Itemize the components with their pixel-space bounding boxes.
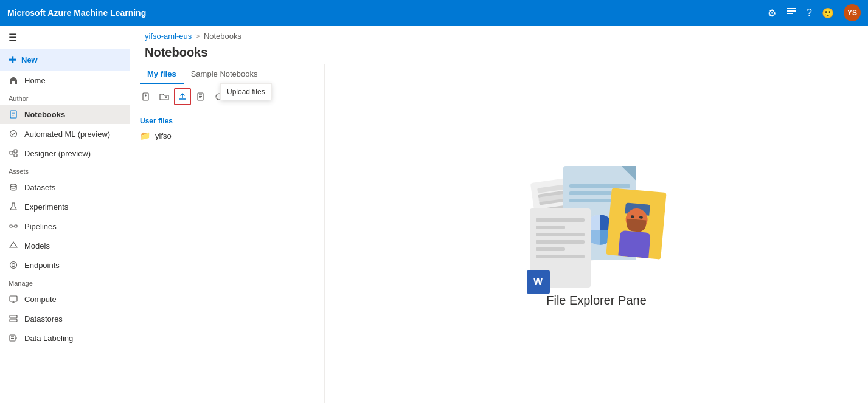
topbar-icons: ⚙ ? 🙂 YS: [768, 4, 861, 21]
avatar[interactable]: YS: [844, 4, 861, 21]
upload-files-button[interactable]: [174, 88, 191, 105]
content-area: yifso-aml-eus > Notebooks Notebooks My f…: [130, 26, 868, 403]
doc-word: W: [530, 208, 591, 288]
datastores-icon: [9, 314, 18, 323]
topbar: Microsoft Azure Machine Learning ⚙ ? 🙂 Y…: [0, 0, 868, 26]
new-label: New: [21, 55, 38, 64]
notebooks-icon: [9, 109, 18, 119]
sidebar-automated-ml-label: Automated ML (preview): [24, 129, 110, 139]
sidebar-item-experiments[interactable]: Experiments: [0, 197, 130, 216]
help-icon[interactable]: ?: [807, 7, 812, 18]
svg-rect-1: [787, 10, 796, 12]
designer-icon: [9, 148, 18, 158]
collapse-button[interactable]: [229, 88, 246, 105]
models-icon: [9, 241, 18, 250]
notifications-icon[interactable]: [786, 6, 797, 19]
sidebar-endpoints-label: Endpoints: [24, 261, 60, 270]
sidebar-datastores-label: Datastores: [24, 314, 63, 323]
sidebar-item-automated-ml[interactable]: Automated ML (preview): [0, 124, 130, 143]
svg-point-11: [10, 184, 16, 187]
file-item-name: yifso: [155, 131, 172, 140]
svg-point-17: [12, 264, 15, 267]
tab-my-files[interactable]: My files: [140, 64, 184, 84]
feedback-icon[interactable]: 🙂: [822, 7, 834, 19]
new-file-button[interactable]: [137, 88, 155, 105]
svg-rect-13: [10, 225, 12, 227]
svg-rect-2: [787, 13, 793, 14]
sidebar-home-label: Home: [24, 76, 46, 85]
svg-rect-19: [10, 296, 17, 301]
svg-rect-9: [14, 150, 17, 153]
svg-rect-4: [12, 112, 15, 112]
settings-icon[interactable]: ⚙: [768, 7, 776, 19]
sidebar-item-models[interactable]: Models: [0, 236, 130, 255]
tabs-bar: My files Sample Notebooks: [130, 64, 324, 84]
new-folder-button[interactable]: [156, 88, 173, 105]
sidebar-item-notebooks[interactable]: Notebooks: [0, 105, 130, 124]
sidebar-item-endpoints[interactable]: Endpoints: [0, 255, 130, 275]
home-icon: [9, 75, 18, 85]
file-toolbar: Upload files: [130, 84, 324, 109]
explorer-pane-title: File Explorer Pane: [546, 294, 647, 308]
sidebar-item-pipelines[interactable]: Pipelines: [0, 216, 130, 236]
section-assets-label: Assets: [0, 163, 130, 177]
sidebar-item-designer[interactable]: Designer (preview): [0, 143, 130, 163]
tab-sample-notebooks[interactable]: Sample Notebooks: [184, 64, 265, 84]
datasets-icon: [9, 182, 18, 192]
svg-rect-8: [10, 151, 13, 154]
sidebar-datasets-label: Datasets: [24, 183, 55, 192]
svg-rect-27: [143, 93, 148, 100]
svg-rect-0: [787, 8, 796, 9]
svg-rect-5: [12, 114, 15, 114]
word-badge: W: [527, 270, 550, 294]
sidebar-designer-label: Designer (preview): [24, 149, 91, 158]
svg-rect-10: [14, 154, 17, 157]
upload-tooltip: Upload files: [220, 83, 272, 100]
breadcrumb-separator: >: [195, 32, 200, 41]
sidebar-item-compute[interactable]: Compute: [0, 289, 130, 309]
edit-button[interactable]: [192, 88, 209, 105]
sidebar-experiments-label: Experiments: [24, 202, 68, 212]
svg-rect-6: [12, 115, 14, 115]
endpoints-icon: [9, 260, 18, 270]
sidebar-item-datasets[interactable]: Datasets: [0, 177, 130, 197]
svg-rect-14: [15, 225, 17, 227]
folder-icon: 📁: [140, 131, 150, 140]
svg-point-18: [10, 262, 17, 269]
breadcrumb-current: Notebooks: [204, 32, 241, 41]
hamburger-icon[interactable]: ☰: [0, 26, 130, 49]
sidebar-models-label: Models: [24, 241, 50, 250]
plus-icon: ✚: [9, 54, 16, 66]
breadcrumb: yifso-aml-eus > Notebooks: [130, 26, 868, 43]
sidebar-notebooks-label: Notebooks: [24, 110, 65, 119]
explorer-illustration: W: [530, 160, 664, 281]
svg-rect-3: [10, 111, 16, 118]
file-list: User files 📁 yifso: [130, 109, 324, 403]
file-panel: My files Sample Notebooks: [130, 64, 325, 403]
sidebar-item-datastores[interactable]: Datastores: [0, 309, 130, 328]
photo-card: [606, 188, 666, 259]
list-item[interactable]: 📁 yifso: [130, 128, 324, 143]
svg-rect-22: [10, 315, 17, 318]
sidebar-pipelines-label: Pipelines: [24, 222, 57, 231]
sidebar: ☰ ✚ New Home Author Notebooks Automat: [0, 26, 130, 403]
sidebar-data-labeling-label: Data Labeling: [24, 334, 73, 343]
automated-ml-icon: [9, 129, 18, 139]
sidebar-compute-label: Compute: [24, 295, 57, 304]
section-author-label: Author: [0, 90, 130, 105]
svg-rect-23: [10, 319, 17, 322]
user-files-label: User files: [130, 114, 324, 128]
data-labeling-icon: [9, 333, 18, 343]
compute-icon: [9, 294, 18, 304]
experiments-icon: [9, 202, 18, 212]
svg-marker-16: [10, 242, 17, 247]
breadcrumb-workspace[interactable]: yifso-aml-eus: [145, 32, 192, 41]
refresh-button[interactable]: [210, 88, 227, 105]
sidebar-item-home[interactable]: Home: [0, 71, 130, 90]
sidebar-item-data-labeling[interactable]: Data Labeling: [0, 328, 130, 348]
explorer-panel: W: [325, 64, 868, 403]
section-manage-label: Manage: [0, 275, 130, 289]
new-button[interactable]: ✚ New: [0, 49, 130, 71]
page-title: Notebooks: [130, 43, 868, 64]
app-title: Microsoft Azure Machine Learning: [7, 8, 768, 18]
